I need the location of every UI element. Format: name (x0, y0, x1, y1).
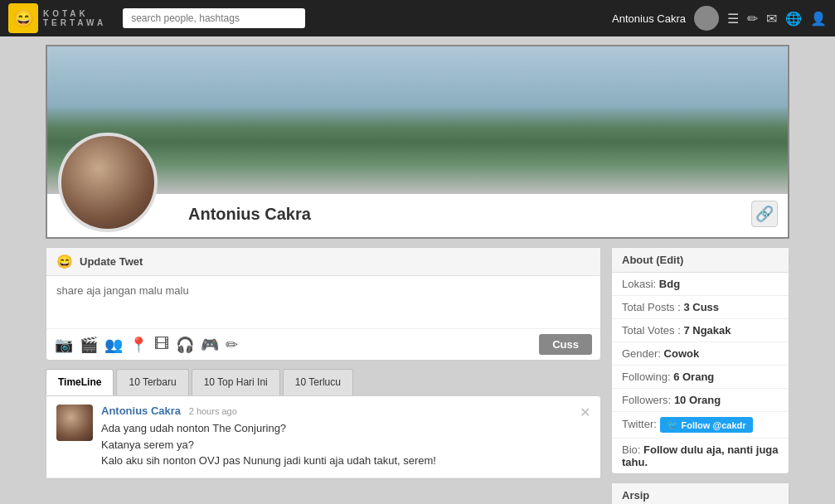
logo-icon: 😄 (8, 3, 38, 33)
post-text: Ada yang udah nonton The Conjuring?Katan… (101, 420, 571, 469)
tab-terbaru[interactable]: 10 Terbaru (116, 369, 188, 395)
banner-image (46, 45, 789, 194)
about-following: Following: 6 Orang (612, 366, 789, 389)
post-avatar (56, 405, 93, 441)
edit-icon[interactable]: ✏ (747, 11, 758, 27)
header: 😄 KOTAK TERTAWA Antonius Cakra ☰ ✏ ✉ 🌐 👤 (0, 0, 835, 36)
post-close-icon[interactable]: ✕ (580, 405, 590, 469)
location-icon[interactable]: 📍 (129, 336, 148, 354)
game-icon[interactable]: 🎮 (201, 336, 219, 354)
edit-profile-button[interactable]: 🔗 (751, 201, 778, 227)
about-total-votes: Total Votes : 7 Ngakak (612, 319, 789, 342)
arsip-header: Arsip (612, 483, 789, 504)
tab-top-hari-ini[interactable]: 10 Top Hari Ini (192, 369, 280, 395)
twitter-follow-button[interactable]: 🐦 Follow @cakdr (660, 417, 753, 433)
cuss-button[interactable]: Cuss (539, 334, 592, 355)
update-tweet-header: 😄 Update Twet (46, 248, 600, 276)
about-lokasi: Lokasi: Bdg (612, 273, 789, 296)
tweet-icon: 😄 (56, 254, 73, 269)
avatar-large (58, 133, 158, 232)
posts-list: Antonius Cakra 2 hours ago Ada yang udah… (46, 395, 601, 479)
mail-icon[interactable]: ✉ (766, 11, 777, 27)
draw-icon[interactable]: ✏ (226, 336, 238, 354)
profile-banner: Antonius Cakra 🔗 (46, 45, 789, 239)
header-right: Antonius Cakra ☰ ✏ ✉ 🌐 👤 (612, 6, 827, 31)
profile-username: Antonius Cakra (188, 205, 311, 224)
about-bio: Bio: Follow dulu aja, nanti juga tahu. (612, 439, 789, 473)
main-content: 😄 Update Twet share aja jangan malu malu… (46, 247, 789, 504)
right-column: About (Edit) Lokasi: Bdg Total Posts : 3… (611, 247, 789, 504)
tabs-bar: TimeLine 10 Terbaru 10 Top Hari Ini 10 T… (46, 369, 601, 395)
tab-timeline[interactable]: TimeLine (46, 369, 114, 395)
arsip-box: Arsip (611, 482, 789, 504)
about-twitter: Twitter: 🐦 Follow @cakdr (612, 412, 789, 439)
logo-text: KOTAK TERTAWA (43, 9, 106, 27)
people-icon[interactable]: 👥 (104, 336, 123, 354)
about-box: About (Edit) Lokasi: Bdg Total Posts : 3… (611, 247, 789, 474)
post-time: 2 hours ago (189, 406, 237, 416)
about-followers: Followers: 10 Orang (612, 389, 789, 412)
twitter-bird-icon: 🐦 (667, 419, 678, 430)
user-name: Antonius Cakra (612, 12, 686, 25)
film-icon[interactable]: 🎞 (154, 336, 169, 353)
globe-icon[interactable]: 🌐 (785, 11, 802, 27)
avatar-small (694, 6, 719, 31)
update-tweet-box: 😄 Update Twet share aja jangan malu malu… (46, 247, 601, 361)
post-author[interactable]: Antonius Cakra (101, 405, 181, 417)
tab-terlucu[interactable]: 10 Terlucu (283, 369, 353, 395)
about-gender: Gender: Cowok (612, 342, 789, 366)
photo-icon[interactable]: 📷 (55, 336, 73, 354)
about-header[interactable]: About (Edit) (612, 248, 789, 273)
search-input[interactable] (123, 8, 305, 28)
post-item: Antonius Cakra 2 hours ago Ada yang udah… (46, 396, 600, 478)
about-total-posts: Total Posts : 3 Cuss (612, 296, 789, 319)
post-content: Antonius Cakra 2 hours ago Ada yang udah… (101, 405, 571, 469)
logo-area: 😄 KOTAK TERTAWA (8, 3, 106, 33)
tweet-toolbar: 📷 🎬 👥 📍 🎞 🎧 🎮 ✏ Cuss (46, 328, 600, 360)
update-tweet-label: Update Twet (80, 255, 143, 268)
menu-icon[interactable]: ☰ (727, 11, 739, 27)
video-icon[interactable]: 🎬 (80, 336, 98, 354)
user-icon[interactable]: 👤 (810, 11, 827, 27)
music-icon[interactable]: 🎧 (176, 336, 194, 354)
left-column: 😄 Update Twet share aja jangan malu malu… (46, 247, 601, 504)
profile-bottom-bar: Antonius Cakra 🔗 (46, 194, 789, 239)
tweet-textarea[interactable]: share aja jangan malu malu (46, 276, 600, 326)
